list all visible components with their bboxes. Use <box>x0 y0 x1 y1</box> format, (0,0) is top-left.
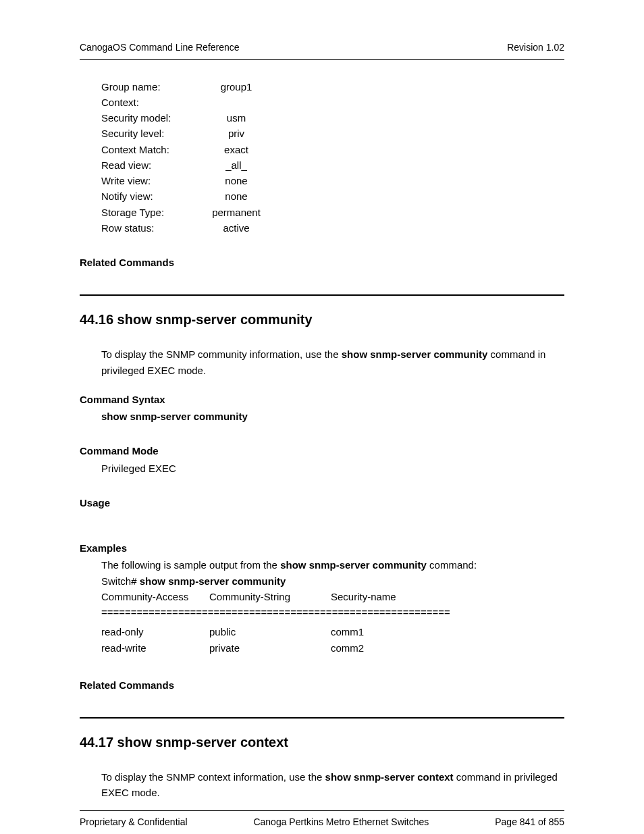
kv-label: Write view: <box>101 173 196 188</box>
table-row: Read view:_all_ <box>101 157 564 173</box>
related-commands-heading: Related Commands <box>80 255 564 270</box>
section-title-44-16: 44.16 show snmp-server community <box>80 309 564 330</box>
header-left: CanogaOS Command Line Reference <box>80 41 240 55</box>
command-syntax-text: show snmp-server community <box>101 409 564 424</box>
output-row: read-only public comm1 <box>101 624 564 640</box>
page-footer: Proprietary & Confidential Canoga Pertki… <box>80 810 564 830</box>
kv-value: exact <box>196 142 277 157</box>
footer-right: Page 841 of 855 <box>495 815 564 830</box>
cell: comm1 <box>331 624 439 640</box>
table-row: Security level:priv <box>101 126 564 141</box>
output-header-row: Community-Access Community-String Securi… <box>101 589 564 604</box>
output-divider: ========================================… <box>101 604 564 620</box>
page-header: CanogaOS Command Line Reference Revision… <box>80 41 564 60</box>
kv-value: active <box>196 220 277 236</box>
kv-value: permanent <box>196 205 277 220</box>
example-output: Switch# show snmp-server community Commu… <box>101 573 564 656</box>
kv-label: Security model: <box>101 110 196 126</box>
kv-label: Security level: <box>101 126 196 141</box>
col-header: Community-Access <box>101 589 209 604</box>
examples-text: command: <box>427 559 477 571</box>
related-commands-heading: Related Commands <box>80 677 564 693</box>
table-row: Row status:active <box>101 220 564 236</box>
cell: read-only <box>101 624 209 640</box>
kv-label: Group name: <box>101 79 196 95</box>
command-mode-text: Privileged EXEC <box>101 461 564 476</box>
examples-text: The following is sample output from the <box>101 559 280 571</box>
examples-intro: The following is sample output from the … <box>101 557 564 573</box>
output-row: read-write private comm2 <box>101 640 564 656</box>
kv-label: Context Match: <box>101 142 196 157</box>
command-syntax-heading: Command Syntax <box>80 392 564 407</box>
usage-heading: Usage <box>80 495 564 511</box>
kv-value: _all_ <box>196 157 277 173</box>
table-row: Write view:none <box>101 173 564 188</box>
kv-value: none <box>196 173 277 188</box>
section-divider <box>80 294 564 296</box>
group-info-table: Group name:group1 Context: Security mode… <box>101 79 564 236</box>
kv-label: Context: <box>101 95 196 110</box>
kv-value: group1 <box>196 79 277 95</box>
intro-text: To display the SNMP context information,… <box>101 771 325 783</box>
section-divider <box>80 717 564 719</box>
kv-value: usm <box>196 110 277 126</box>
section-intro: To display the SNMP context information,… <box>101 769 564 801</box>
kv-value <box>196 95 277 110</box>
table-row: Context Match:exact <box>101 142 564 157</box>
prompt-command: show snmp-server community <box>140 575 286 587</box>
section-title-44-17: 44.17 show snmp-server context <box>80 732 564 753</box>
table-row: Storage Type:permanent <box>101 205 564 220</box>
kv-label: Row status: <box>101 220 196 236</box>
kv-label: Storage Type: <box>101 205 196 220</box>
footer-left: Proprietary & Confidential <box>80 815 188 830</box>
section-intro: To display the SNMP community informatio… <box>101 346 564 378</box>
kv-value: priv <box>196 126 277 141</box>
table-row: Context: <box>101 95 564 110</box>
examples-heading: Examples <box>80 540 564 556</box>
intro-bold: show snmp-server context <box>325 771 454 783</box>
cell: private <box>209 640 331 656</box>
intro-text: To display the SNMP community informatio… <box>101 348 342 360</box>
kv-value: none <box>196 188 277 204</box>
col-header: Community-String <box>209 589 331 604</box>
cell: comm2 <box>331 640 439 656</box>
footer-center: Canoga Pertkins Metro Ethernet Switches <box>188 815 495 830</box>
document-page: CanogaOS Command Line Reference Revision… <box>0 0 644 834</box>
intro-bold: show snmp-server community <box>342 348 488 360</box>
kv-label: Read view: <box>101 157 196 173</box>
prompt-prefix: Switch# <box>101 575 140 587</box>
cell: public <box>209 624 331 640</box>
col-header: Security-name <box>331 589 439 604</box>
kv-label: Notify view: <box>101 188 196 204</box>
prompt-line: Switch# show snmp-server community <box>101 573 564 589</box>
table-row: Notify view:none <box>101 188 564 204</box>
header-right: Revision 1.02 <box>507 41 564 55</box>
command-mode-heading: Command Mode <box>80 443 564 459</box>
examples-bold: show snmp-server community <box>280 559 427 571</box>
cell: read-write <box>101 640 209 656</box>
table-row: Security model:usm <box>101 110 564 126</box>
table-row: Group name:group1 <box>101 79 564 95</box>
